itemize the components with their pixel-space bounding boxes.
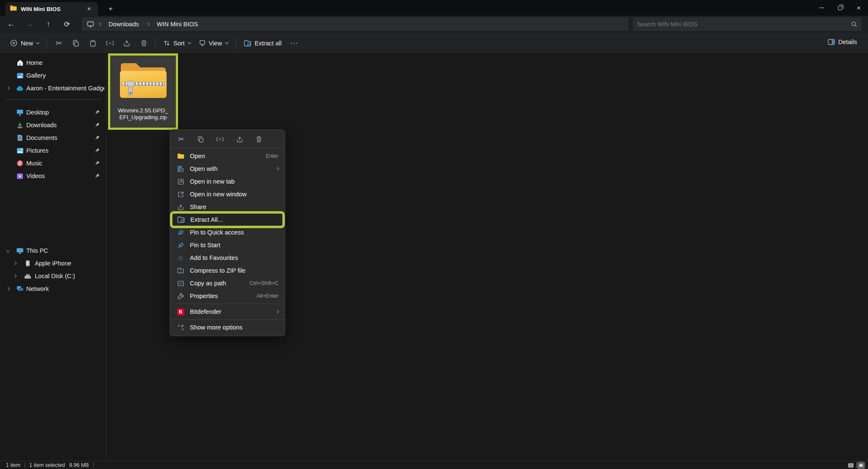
status-bar: 1 item 1 item selected 8.96 MB xyxy=(0,461,868,469)
chevron-down-icon[interactable] xyxy=(6,249,10,252)
menu-item-extract-all annotation-highlight-extract-all[interactable]: Extract All... xyxy=(172,213,283,226)
menu-item-bitdefender[interactable]: B Bitdefender xyxy=(172,305,283,318)
gallery-icon xyxy=(16,72,24,79)
sidebar-item-gallery[interactable]: Gallery xyxy=(2,69,104,82)
sidebar-item-pictures[interactable]: Pictures xyxy=(2,144,104,157)
sidebar-item-downloads[interactable]: Downloads xyxy=(2,119,104,131)
view-button-label: View xyxy=(209,40,222,47)
paste-button[interactable] xyxy=(84,36,101,51)
copy-button[interactable] xyxy=(67,36,84,51)
home-icon xyxy=(16,59,24,67)
menu-item-pin-to-quick-access[interactable]: Pin to Quick access xyxy=(172,226,283,239)
breadcrumb-separator-icon xyxy=(146,22,150,26)
sidebar-item-onedrive[interactable]: Aaron - Entertainment Gadgets LTD xyxy=(2,82,104,95)
sidebar-item-label: Apple iPhone xyxy=(25,260,71,267)
sidebar-item-desktop[interactable]: Desktop xyxy=(2,106,104,119)
sidebar-item-home[interactable]: Home xyxy=(2,56,104,69)
menu-item-copy-as-path[interactable]: Copy as path Ctrl+Shift+C xyxy=(172,277,283,290)
breadcrumb-downloads[interactable]: Downloads xyxy=(105,20,142,29)
list-view-toggle[interactable] xyxy=(847,462,854,468)
search-input[interactable] xyxy=(637,21,851,28)
view-button[interactable]: View xyxy=(195,37,232,50)
share-icon[interactable] xyxy=(234,134,245,144)
explorer-tab[interactable]: WIN Mini BIOS ✕ xyxy=(6,2,98,16)
menu-item-show-more-options[interactable]: Show more options xyxy=(172,321,283,334)
navigation-pane: Home Gallery Aaron - Entertainment Gadge… xyxy=(0,54,106,461)
annotation-highlight-file: Winmini.2.55.GPD_ EFI_Upgrading.zip xyxy=(108,53,178,130)
sidebar-item-documents[interactable]: Documents xyxy=(2,131,104,144)
pin-icon xyxy=(95,122,100,129)
copy-path-icon xyxy=(176,281,185,286)
share-icon xyxy=(176,204,185,210)
file-name-line2: EFI_Upgrading.zip xyxy=(118,114,168,121)
new-window-icon xyxy=(176,191,185,198)
chevron-down-icon xyxy=(225,41,228,44)
delete-button[interactable] xyxy=(135,36,152,51)
toolbar-divider xyxy=(236,38,236,49)
chevron-right-icon[interactable] xyxy=(6,87,10,90)
chevron-right-icon[interactable] xyxy=(13,262,17,265)
menu-item-label: Pin to Quick access xyxy=(190,229,278,236)
chevron-right-icon[interactable] xyxy=(6,287,10,290)
large-thumbnail-view-toggle[interactable] xyxy=(857,462,865,468)
menu-item-compress-to-zip[interactable]: Compress to ZIP file xyxy=(172,264,283,277)
sort-button[interactable]: Sort xyxy=(159,37,195,50)
menu-separator xyxy=(170,304,284,304)
svg-text:A: A xyxy=(219,137,221,141)
sidebar-item-this-pc[interactable]: This PC xyxy=(2,244,104,257)
up-button[interactable]: ↑ xyxy=(39,17,58,31)
share-button[interactable] xyxy=(118,36,135,51)
tab-bar: WIN Mini BIOS ✕ + ✕ xyxy=(0,0,868,16)
menu-item-add-to-favourites[interactable]: ☆ Add to Favourites xyxy=(172,251,283,264)
sidebar-item-videos[interactable]: Videos xyxy=(2,170,104,182)
rename-button[interactable]: A xyxy=(101,36,118,51)
refresh-button[interactable]: ⟳ xyxy=(58,17,76,31)
extract-all-toolbar-button[interactable]: Extract all xyxy=(239,37,286,50)
new-tab-button[interactable]: + xyxy=(105,3,116,14)
breadcrumb[interactable]: Downloads WIN Mini BIOS xyxy=(82,17,629,31)
menu-item-open-with[interactable]: Open with xyxy=(172,162,283,175)
see-more-button[interactable]: ··· xyxy=(286,36,302,50)
menu-item-pin-to-start[interactable]: Pin to Start xyxy=(172,239,283,251)
chevron-down-icon xyxy=(187,41,191,44)
menu-item-label: Properties xyxy=(190,293,256,299)
copy-icon[interactable] xyxy=(195,134,206,144)
menu-item-properties[interactable]: Properties Alt+Enter xyxy=(172,290,283,302)
menu-item-share[interactable]: Share xyxy=(172,201,283,213)
menu-item-label: Compress to ZIP file xyxy=(190,267,278,274)
chevron-right-icon[interactable] xyxy=(13,274,17,278)
cut-icon[interactable]: ✂ xyxy=(176,134,186,144)
details-pane-icon xyxy=(828,39,835,45)
sidebar-item-apple-iphone[interactable]: Apple iPhone xyxy=(2,257,104,270)
minimize-button[interactable] xyxy=(812,0,831,16)
menu-item-open-in-new-window[interactable]: Open in new window xyxy=(172,188,283,201)
delete-icon[interactable] xyxy=(254,134,264,144)
close-button[interactable]: ✕ xyxy=(849,0,868,16)
search-icon[interactable] xyxy=(851,21,857,28)
window-controls: ✕ xyxy=(812,0,868,16)
sidebar-item-local-disk-c[interactable]: Local Disk (C:) xyxy=(2,270,104,282)
sidebar-item-music[interactable]: Music xyxy=(2,157,104,170)
new-button[interactable]: New xyxy=(6,36,43,50)
this-pc-icon xyxy=(16,247,24,254)
forward-button[interactable]: → xyxy=(20,17,39,31)
menu-item-open[interactable]: Open Enter xyxy=(172,150,283,162)
context-menu-quick-actions: ✂ A xyxy=(170,131,285,147)
tab-close-icon[interactable]: ✕ xyxy=(84,4,94,14)
menu-shortcut: Enter xyxy=(266,153,278,159)
breadcrumb-current-folder[interactable]: WIN Mini BIOS xyxy=(153,20,201,29)
new-tab-icon xyxy=(176,179,185,185)
zip-folder-small-icon xyxy=(176,268,185,274)
details-button[interactable]: Details xyxy=(823,36,861,48)
back-button[interactable]: ← xyxy=(2,17,20,31)
cut-button[interactable]: ✂ xyxy=(50,36,67,51)
music-icon xyxy=(16,159,24,167)
menu-item-open-in-new-tab[interactable]: Open in new tab xyxy=(172,175,283,188)
sort-button-label: Sort xyxy=(173,40,185,47)
sidebar-item-network[interactable]: Network xyxy=(2,282,104,295)
onedrive-cloud-icon xyxy=(16,84,24,92)
maximize-button[interactable] xyxy=(831,0,849,16)
menu-item-label: Add to Favourites xyxy=(190,254,278,261)
rename-icon[interactable]: A xyxy=(215,134,225,144)
zip-file-item[interactable]: Winmini.2.55.GPD_ EFI_Upgrading.zip xyxy=(110,56,176,128)
